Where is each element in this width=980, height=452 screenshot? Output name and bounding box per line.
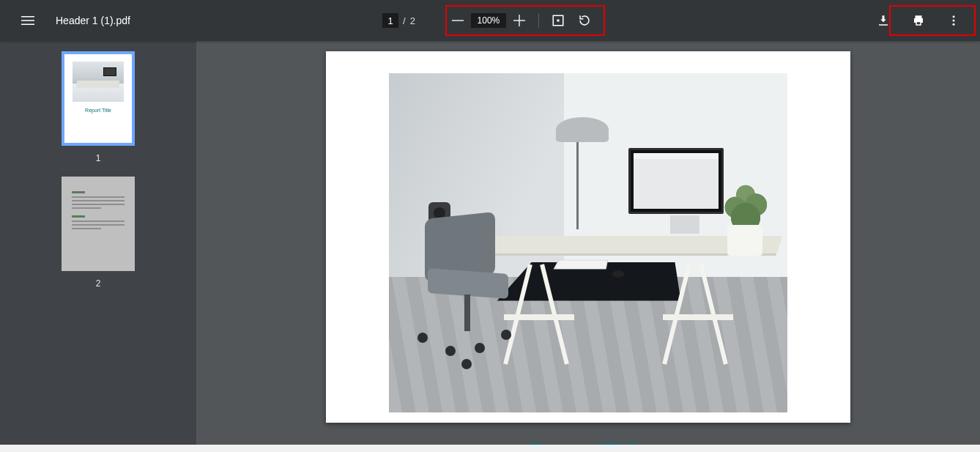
horizontal-scrollbar[interactable] [0,445,980,452]
thumbnail-image [72,191,125,231]
more-vertical-icon [947,14,960,27]
zoom-out-button[interactable] [445,7,471,34]
zoom-controls: 100% [445,7,598,34]
zoom-level[interactable]: 100% [471,13,506,28]
svg-rect-3 [452,20,464,21]
page-total: 2 [410,15,415,26]
thumbnail-item: 2 [0,177,196,289]
minus-icon [452,15,464,26]
svg-rect-9 [916,15,922,18]
svg-point-11 [953,15,955,18]
svg-rect-5 [519,15,519,26]
download-icon [877,14,890,27]
document-title: Header 1 (1).pdf [56,15,130,26]
menu-button[interactable] [15,7,41,34]
divider [538,13,539,28]
svg-rect-8 [879,24,888,26]
fit-page-button[interactable] [545,7,571,34]
svg-rect-0 [21,16,34,18]
hamburger-icon [21,14,34,27]
svg-rect-1 [21,20,34,21]
thumbnail-page-1[interactable]: Report Title [62,51,135,146]
thumbnail-title: Report Title [85,108,111,113]
print-icon [912,14,925,27]
thumbnail-item: Report Title 1 [0,51,196,163]
zoom-in-button[interactable] [506,7,532,34]
svg-rect-10 [917,22,921,24]
thumbnail-image [73,62,124,102]
thumbnail-number: 1 [96,153,101,163]
plus-icon [513,15,525,26]
page-hero-image [389,73,787,412]
svg-rect-2 [21,24,34,26]
more-menu-button[interactable] [940,7,967,34]
pdf-toolbar: Header 1 (1).pdf / 2 100% [0,0,980,41]
rotate-icon [578,14,591,27]
download-button[interactable] [870,7,897,34]
page-indicator: / 2 [382,13,415,28]
page-number-input[interactable] [382,13,398,28]
page-view-area[interactable]: Report Title [196,41,980,452]
svg-point-13 [953,23,955,26]
svg-rect-7 [557,20,559,22]
fit-page-icon [552,14,565,27]
page-separator: / [403,15,406,26]
rotate-button[interactable] [571,7,598,34]
print-button[interactable] [905,7,932,34]
pdf-page-1: Report Title [326,51,850,423]
thumbnail-sidebar[interactable]: Report Title 1 2 [0,41,196,452]
thumbnail-page-2[interactable] [62,177,135,271]
thumbnail-number: 2 [96,278,101,289]
svg-point-12 [953,20,955,22]
